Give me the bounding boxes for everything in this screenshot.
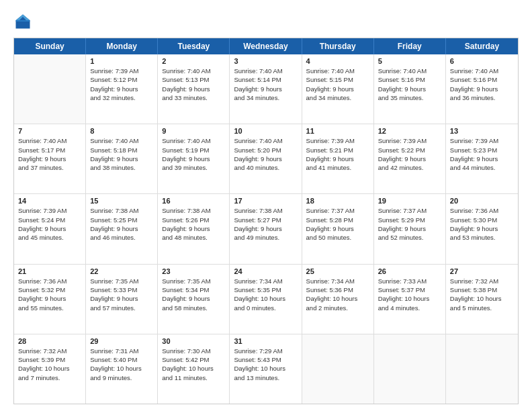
cell-line: and 55 minutes. <box>18 304 81 312</box>
calendar-cell-day-29: 29Sunrise: 7:31 AMSunset: 5:40 PMDayligh… <box>86 334 158 404</box>
cell-line: Sunset: 5:26 PM <box>162 216 225 224</box>
cell-line: Sunrise: 7:33 AM <box>378 277 441 285</box>
calendar-cell-day-21: 21Sunrise: 7:36 AMSunset: 5:32 PMDayligh… <box>14 265 86 334</box>
day-number: 10 <box>234 127 297 135</box>
cell-line: Daylight: 9 hours <box>306 85 369 93</box>
cell-line: Sunrise: 7:30 AM <box>162 347 225 355</box>
cell-line: Daylight: 9 hours <box>306 224 369 233</box>
cell-line: Sunset: 5:35 PM <box>234 285 297 294</box>
calendar-cell-day-2: 2Sunrise: 7:40 AMSunset: 5:13 PMDaylight… <box>158 54 230 124</box>
calendar-cell-empty <box>14 54 86 124</box>
weekday-header-thursday: Thursday <box>302 38 374 54</box>
cell-line: Sunrise: 7:37 AM <box>378 206 441 215</box>
cell-line: and 36 minutes. <box>450 93 514 102</box>
calendar-cell-day-25: 25Sunrise: 7:34 AMSunset: 5:36 PMDayligh… <box>302 265 374 334</box>
day-number: 11 <box>306 127 369 135</box>
day-number: 7 <box>18 127 81 135</box>
cell-line: Sunrise: 7:40 AM <box>306 66 369 75</box>
cell-line: Daylight: 9 hours <box>378 154 441 163</box>
cell-line: Sunset: 5:33 PM <box>90 285 153 294</box>
cell-line: and 34 minutes. <box>306 93 369 102</box>
cell-line: Sunrise: 7:34 AM <box>234 277 297 285</box>
day-number: 17 <box>234 197 297 205</box>
cell-line: Sunset: 5:23 PM <box>450 146 514 154</box>
cell-line: Daylight: 9 hours <box>234 154 297 163</box>
cell-line: Daylight: 9 hours <box>234 85 297 93</box>
day-number: 18 <box>306 197 369 205</box>
cell-line: Sunset: 5:29 PM <box>378 216 441 224</box>
cell-line: Sunrise: 7:39 AM <box>306 136 369 145</box>
cell-line: Sunrise: 7:40 AM <box>162 66 225 75</box>
day-number: 16 <box>162 197 225 205</box>
day-number: 2 <box>162 57 225 65</box>
cell-line: and 57 minutes. <box>90 304 153 312</box>
cell-line: Daylight: 10 hours <box>162 364 225 373</box>
day-number: 13 <box>450 127 514 135</box>
cell-line: Daylight: 9 hours <box>234 224 297 233</box>
cell-line: Sunset: 5:30 PM <box>450 216 514 224</box>
cell-line: Sunrise: 7:40 AM <box>378 66 441 75</box>
logo <box>13 12 35 31</box>
cell-line: Sunrise: 7:36 AM <box>18 277 81 285</box>
cell-line: Daylight: 9 hours <box>378 85 441 93</box>
calendar-cell-day-27: 27Sunrise: 7:32 AMSunset: 5:38 PMDayligh… <box>446 265 518 334</box>
day-number: 19 <box>378 197 441 205</box>
cell-line: Sunrise: 7:34 AM <box>306 277 369 285</box>
cell-line: Daylight: 9 hours <box>90 294 153 303</box>
weekday-header-tuesday: Tuesday <box>158 38 230 54</box>
cell-line: Daylight: 9 hours <box>18 294 81 303</box>
day-number: 21 <box>18 267 81 275</box>
calendar-cell-day-28: 28Sunrise: 7:32 AMSunset: 5:39 PMDayligh… <box>14 334 86 404</box>
cell-line: Daylight: 10 hours <box>90 364 153 373</box>
calendar-cell-day-31: 31Sunrise: 7:29 AMSunset: 5:43 PMDayligh… <box>230 334 302 404</box>
calendar-cell-day-3: 3Sunrise: 7:40 AMSunset: 5:14 PMDaylight… <box>230 54 302 124</box>
cell-line: Sunrise: 7:39 AM <box>90 66 153 75</box>
cell-line: Sunset: 5:40 PM <box>90 355 153 364</box>
day-number: 8 <box>90 127 153 135</box>
cell-line: Sunset: 5:19 PM <box>162 146 225 154</box>
cell-line: and 11 minutes. <box>162 373 225 382</box>
cell-line: Sunset: 5:13 PM <box>162 75 225 84</box>
calendar-cell-day-26: 26Sunrise: 7:33 AMSunset: 5:37 PMDayligh… <box>374 265 446 334</box>
cell-line: Sunset: 5:16 PM <box>450 75 514 84</box>
cell-line: Sunrise: 7:36 AM <box>450 206 514 215</box>
calendar-cell-day-5: 5Sunrise: 7:40 AMSunset: 5:16 PMDaylight… <box>374 54 446 124</box>
cell-line: and 9 minutes. <box>90 373 153 382</box>
cell-line: Sunrise: 7:40 AM <box>18 136 81 145</box>
cell-line: Sunrise: 7:35 AM <box>162 277 225 285</box>
day-number: 3 <box>234 57 297 65</box>
calendar-header-row: SundayMondayTuesdayWednesdayThursdayFrid… <box>14 38 518 54</box>
day-number: 30 <box>162 337 225 345</box>
calendar-cell-day-8: 8Sunrise: 7:40 AMSunset: 5:18 PMDaylight… <box>86 124 158 193</box>
day-number: 23 <box>162 267 225 275</box>
weekday-header-sunday: Sunday <box>14 38 86 54</box>
calendar-cell-day-18: 18Sunrise: 7:37 AMSunset: 5:28 PMDayligh… <box>302 194 374 263</box>
cell-line: Daylight: 9 hours <box>90 154 153 163</box>
cell-line: Sunset: 5:27 PM <box>234 216 297 224</box>
cell-line: Sunset: 5:37 PM <box>378 285 441 294</box>
calendar-cell-day-19: 19Sunrise: 7:37 AMSunset: 5:29 PMDayligh… <box>374 194 446 263</box>
cell-line: Sunrise: 7:38 AM <box>234 206 297 215</box>
calendar-body: 1Sunrise: 7:39 AMSunset: 5:12 PMDaylight… <box>14 54 518 404</box>
calendar-cell-day-12: 12Sunrise: 7:39 AMSunset: 5:22 PMDayligh… <box>374 124 446 193</box>
calendar-cell-day-17: 17Sunrise: 7:38 AMSunset: 5:27 PMDayligh… <box>230 194 302 263</box>
cell-line: Daylight: 9 hours <box>90 224 153 233</box>
cell-line: and 52 minutes. <box>378 233 441 242</box>
cell-line: Sunrise: 7:35 AM <box>90 277 153 285</box>
day-number: 31 <box>234 337 297 345</box>
cell-line: Daylight: 9 hours <box>450 85 514 93</box>
cell-line: Sunrise: 7:31 AM <box>90 347 153 355</box>
calendar-cell-empty <box>374 334 446 404</box>
calendar-row-0: 1Sunrise: 7:39 AMSunset: 5:12 PMDaylight… <box>14 54 518 124</box>
cell-line: Sunset: 5:16 PM <box>378 75 441 84</box>
cell-line: Sunrise: 7:38 AM <box>90 206 153 215</box>
cell-line: and 35 minutes. <box>378 93 441 102</box>
cell-line: and 38 minutes. <box>90 163 153 172</box>
day-number: 6 <box>450 57 514 65</box>
cell-line: Daylight: 9 hours <box>162 85 225 93</box>
cell-line: Sunset: 5:39 PM <box>18 355 81 364</box>
cell-line: Sunset: 5:20 PM <box>234 146 297 154</box>
cell-line: Sunrise: 7:38 AM <box>162 206 225 215</box>
cell-line: Daylight: 9 hours <box>378 224 441 233</box>
weekday-header-wednesday: Wednesday <box>230 38 302 54</box>
